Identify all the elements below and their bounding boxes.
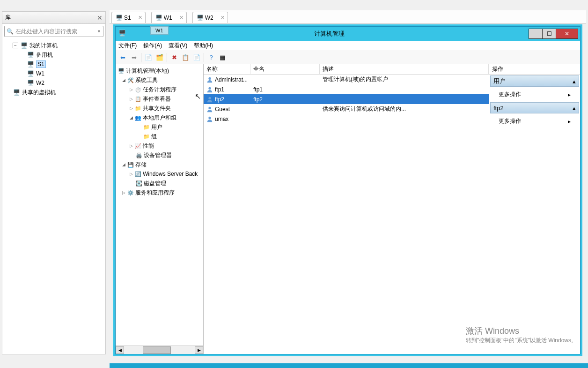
tree-row-devmgr[interactable]: 🖨️ 设备管理器 (116, 150, 203, 160)
tree-label: 任务计划程序 (143, 86, 176, 94)
close-icon[interactable]: ✕ (179, 15, 184, 21)
expander-closed-icon[interactable]: ▷ (121, 190, 126, 195)
properties-button[interactable]: 📋 (180, 53, 191, 63)
expander-open-icon[interactable]: ◢ (129, 115, 133, 120)
tree-label: W2 (36, 80, 44, 86)
tree-row-task[interactable]: ▷ ⏱️ 任务计划程序 (116, 85, 203, 94)
tree-row-diskmgr[interactable]: 💽 磁盘管理 (116, 179, 203, 188)
tree-row-localusers[interactable]: ◢ 👥 本地用户和组 (116, 113, 203, 122)
tree-label: 共享文件夹 (143, 105, 171, 113)
expander-closed-icon[interactable]: ▷ (129, 97, 133, 101)
vm-icon: 🖥️ (27, 61, 34, 68)
vm-icon: 🖥️ (116, 15, 122, 21)
minimize-button[interactable]: — (529, 29, 543, 39)
show-hide-button[interactable]: 🗂️ (154, 53, 165, 63)
tree-row-s1[interactable]: 🖥️ S1 (4, 60, 103, 69)
tab-w2[interactable]: 🖥️ W2 ✕ (192, 12, 228, 23)
tree-row-share[interactable]: ▷ 📁 共享文件夹 (116, 104, 203, 113)
close-button[interactable]: ✕ (556, 29, 578, 39)
scroll-left-button[interactable]: ◀ (116, 346, 124, 354)
actions-more-1[interactable]: 更多操作 ▸ (489, 88, 580, 101)
menu-action[interactable]: 操作(A) (143, 42, 162, 50)
maximize-button[interactable]: ☐ (542, 29, 556, 39)
actions-section-users[interactable]: 用户 ▴ (490, 75, 579, 87)
expander-closed-icon[interactable]: ▷ (129, 172, 133, 176)
tab-w1[interactable]: 🖥️ W1 ✕ (151, 12, 187, 23)
tree-label: 计算机管理(本地) (126, 67, 169, 75)
actions-section-ftp2[interactable]: ftp2 ▴ (490, 102, 579, 113)
col-fullname[interactable]: 全名 (250, 64, 320, 74)
col-desc[interactable]: 描述 (320, 64, 489, 74)
menu-help[interactable]: 帮助(H) (194, 42, 213, 50)
tree-row-root[interactable]: 🖥️ 计算机管理(本地) (116, 66, 203, 75)
tree-row-groups[interactable]: 📁 组 (116, 132, 203, 141)
tree-label: 组 (151, 133, 157, 141)
tree-row-event[interactable]: ▷ 📋 事件查看器 (116, 94, 203, 104)
library-close-icon[interactable]: ✕ (97, 14, 103, 22)
menu-file[interactable]: 文件(F) (118, 42, 137, 50)
cell-full: ftp1 (250, 86, 320, 93)
list-row[interactable]: Guest供来宾访问计算机或访问域的内... (204, 104, 489, 114)
expander-closed-icon[interactable]: ▷ (129, 106, 133, 111)
expander-open-icon[interactable]: ◢ (121, 78, 126, 83)
up-button[interactable]: 📄 (143, 53, 154, 63)
help-button[interactable]: ? (206, 53, 216, 63)
col-name[interactable]: 名称 (204, 64, 250, 74)
tree-label: 备用机 (36, 51, 53, 59)
forward-button[interactable]: ➡ (129, 53, 139, 63)
delete-button[interactable]: ✖ (169, 53, 179, 63)
search-icon: 🔍 (7, 28, 14, 35)
scroll-right-button[interactable]: ▶ (195, 346, 203, 354)
tree-hscrollbar[interactable]: ◀ ▶ (116, 345, 203, 354)
menu-view[interactable]: 查看(V) (169, 42, 187, 50)
scroll-thumb[interactable] (143, 346, 171, 354)
export-button[interactable]: 📄 (191, 53, 202, 63)
titlebar[interactable]: W1 🖥️ 计算机管理 — ☐ ✕ (116, 27, 580, 41)
actions-more-2[interactable]: 更多操作 ▸ (489, 114, 580, 128)
shared-icon: 🖥️ (13, 89, 20, 96)
scroll-track[interactable] (124, 346, 195, 354)
services-icon: ⚙️ (127, 189, 134, 196)
expander-closed-icon[interactable]: ▷ (129, 143, 133, 148)
actions-header: 操作 (489, 64, 580, 75)
chevron-down-icon[interactable]: ▼ (97, 29, 101, 34)
tree-row-backup[interactable]: 🖥️ 备用机 (4, 50, 103, 60)
back-button[interactable]: ⬅ (118, 53, 128, 63)
tree-row-storage[interactable]: ◢ 💾 存储 (116, 160, 203, 169)
library-search[interactable]: 🔍 在此处键入内容进行搜索 ▼ (4, 26, 103, 37)
svg-point-0 (208, 77, 211, 79)
expander-icon[interactable]: − (13, 43, 18, 48)
taskbar (110, 363, 588, 368)
list-row[interactable]: ftp1ftp1 (204, 84, 489, 94)
close-icon[interactable]: ✕ (138, 15, 142, 21)
tree-row-wsb[interactable]: ▷ 🔄 Windows Server Back (116, 169, 203, 179)
vm-icon: 🖥️ (27, 80, 34, 86)
library-header: 库 ✕ (2, 12, 105, 24)
tree-row-perf[interactable]: ▷ 📈 性能 (116, 141, 203, 150)
tree-row-mycomputer[interactable]: − 🖥️ 我的计算机 (4, 41, 103, 50)
folder-icon: 📁 (143, 133, 150, 140)
vm-icon: 🖥️ (27, 70, 34, 77)
device-icon: 🖨️ (135, 151, 143, 159)
list-row[interactable]: ftp2ftp2 (204, 94, 489, 104)
expander-closed-icon[interactable]: ▷ (129, 87, 133, 92)
tree-row-services[interactable]: ▷ ⚙️ 服务和应用程序 (116, 188, 203, 197)
tree-row-shared[interactable]: 🖥️ 共享的虚拟机 (4, 88, 103, 97)
list-row[interactable]: umax (204, 114, 489, 124)
section-label: ftp2 (493, 105, 504, 112)
separator (167, 53, 167, 62)
tree-row-w1[interactable]: 🖥️ W1 (4, 69, 103, 78)
tree-row-users[interactable]: 📁 用户 (116, 122, 203, 132)
list-row[interactable]: Administrat...管理计算机(域)的内置帐户 (204, 75, 489, 84)
cell-desc: 管理计算机(域)的内置帐户 (320, 75, 489, 83)
user-icon (206, 76, 213, 83)
action-pane-button[interactable]: ▦ (217, 53, 228, 63)
tree-label: 我的计算机 (29, 42, 58, 50)
tab-s1[interactable]: 🖥️ S1 ✕ (111, 12, 146, 23)
window-buttons: — ☐ ✕ (529, 29, 578, 39)
expander-open-icon[interactable]: ◢ (121, 162, 126, 167)
close-icon[interactable]: ✕ (220, 15, 225, 21)
tree-label: 存储 (135, 161, 147, 169)
tree-row-systools[interactable]: ◢ 🛠️ 系统工具 (116, 75, 203, 85)
tree-row-w2[interactable]: 🖥️ W2 (4, 78, 103, 88)
